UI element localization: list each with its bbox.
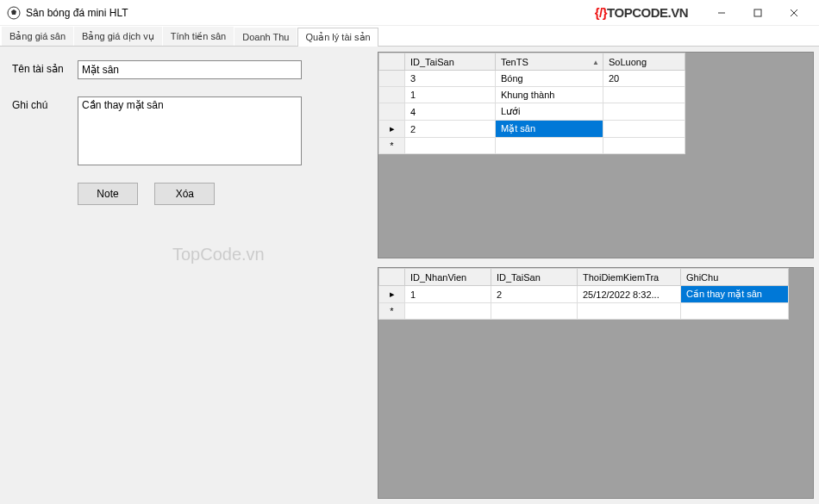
asset-name-input[interactable] bbox=[78, 60, 302, 79]
row-marker bbox=[379, 103, 405, 121]
cell-id_taisan[interactable]: 1 bbox=[405, 87, 496, 103]
asset-name-label: Tên tài sản bbox=[12, 60, 78, 75]
col-ghichu[interactable]: GhiChu bbox=[681, 269, 789, 286]
table-row[interactable]: 3Bóng20 bbox=[379, 71, 685, 87]
minimize-button[interactable] bbox=[703, 1, 740, 25]
cell-id_taisan[interactable]: 2 bbox=[405, 121, 496, 138]
tabs-bar: Bảng giá sân Bảng giá dịch vụ Tính tiền … bbox=[0, 26, 819, 47]
note-textarea[interactable] bbox=[78, 96, 302, 165]
brand-logo: {/}TOPCODE.VN bbox=[595, 5, 688, 20]
row-marker: * bbox=[379, 303, 405, 320]
row-marker bbox=[379, 87, 405, 103]
grids-panel: ID_TaiSan TenTS▲ SoLuong 3Bóng201Khung t… bbox=[378, 52, 814, 499]
cell-soluong[interactable] bbox=[603, 121, 685, 138]
cell-soluong[interactable] bbox=[603, 103, 685, 121]
checks-grid[interactable]: ID_NhanVien ID_TaiSan ThoiDiemKiemTra Gh… bbox=[378, 268, 789, 320]
table-row[interactable]: * bbox=[379, 138, 685, 154]
assets-grid-container: ID_TaiSan TenTS▲ SoLuong 3Bóng201Khung t… bbox=[378, 52, 814, 258]
note-label: Ghi chú bbox=[12, 96, 78, 111]
cell-thoidiemkiemtra[interactable] bbox=[578, 303, 681, 320]
tab-tinh-tien-san[interactable]: Tính tiền sân bbox=[163, 27, 234, 46]
table-row[interactable]: 1Khung thành bbox=[379, 87, 685, 103]
cell-id_taisan[interactable]: 2 bbox=[491, 286, 578, 303]
maximize-button[interactable] bbox=[740, 1, 776, 25]
col-soluong[interactable]: SoLuong bbox=[603, 53, 685, 71]
cell-tents[interactable]: Bóng bbox=[496, 71, 603, 87]
cell-id_taisan[interactable] bbox=[405, 138, 496, 154]
watermark-1: TopCode.vn bbox=[172, 245, 265, 264]
note-button[interactable]: Note bbox=[78, 183, 138, 205]
col-thoidiemkiemtra[interactable]: ThoiDiemKiemTra bbox=[578, 269, 681, 286]
cell-ghichu[interactable] bbox=[681, 303, 789, 320]
delete-button[interactable]: Xóa bbox=[154, 183, 215, 205]
svg-rect-3 bbox=[754, 9, 761, 16]
form-panel: Tên tài sản Ghi chú Note Xóa TopCode.vn bbox=[0, 47, 371, 504]
tab-content: Tên tài sản Ghi chú Note Xóa TopCode.vn … bbox=[0, 47, 819, 504]
table-row[interactable]: 4Lưới bbox=[379, 103, 685, 121]
row-header-corner bbox=[379, 53, 405, 71]
row-marker: ▸ bbox=[379, 286, 405, 303]
cell-id_nhanvien[interactable] bbox=[405, 303, 491, 320]
cell-tents[interactable] bbox=[496, 138, 603, 154]
cell-id_taisan[interactable] bbox=[491, 303, 578, 320]
col-id-taisan[interactable]: ID_TaiSan bbox=[405, 53, 496, 71]
sort-asc-icon: ▲ bbox=[592, 58, 599, 65]
table-row[interactable]: ▸1225/12/2022 8:32...Cần thay mặt sân bbox=[379, 286, 789, 303]
tab-quan-ly-tai-san[interactable]: Quản lý tài sản bbox=[297, 28, 378, 47]
col-id-taisan2[interactable]: ID_TaiSan bbox=[491, 269, 578, 286]
row-marker: ▸ bbox=[379, 121, 405, 138]
table-row[interactable]: ▸2Mặt sân bbox=[379, 121, 685, 138]
cell-thoidiemkiemtra[interactable]: 25/12/2022 8:32... bbox=[578, 286, 681, 303]
cell-id_taisan[interactable]: 3 bbox=[405, 71, 496, 87]
tab-bang-gia-dich-vu[interactable]: Bảng giá dịch vụ bbox=[74, 27, 162, 46]
cell-id_nhanvien[interactable]: 1 bbox=[405, 286, 491, 303]
col-tents[interactable]: TenTS▲ bbox=[496, 53, 603, 71]
cell-tents[interactable]: Lưới bbox=[496, 103, 603, 121]
cell-tents[interactable]: Mặt sân bbox=[496, 121, 603, 138]
close-button[interactable] bbox=[776, 1, 812, 25]
tab-bang-gia-san[interactable]: Bảng giá sân bbox=[2, 27, 73, 46]
checks-grid-container: ID_NhanVien ID_TaiSan ThoiDiemKiemTra Gh… bbox=[378, 267, 814, 499]
app-icon bbox=[7, 6, 21, 20]
titlebar: Sân bóng đá mini HLT {/}TOPCODE.VN bbox=[0, 0, 819, 26]
cell-tents[interactable]: Khung thành bbox=[496, 87, 603, 103]
cell-soluong[interactable] bbox=[603, 138, 685, 154]
window-controls bbox=[703, 1, 812, 25]
cell-ghichu[interactable]: Cần thay mặt sân bbox=[681, 286, 789, 303]
cell-soluong[interactable] bbox=[603, 87, 685, 103]
row-marker: * bbox=[379, 138, 405, 154]
cell-id_taisan[interactable]: 4 bbox=[405, 103, 496, 121]
row-marker bbox=[379, 71, 405, 87]
assets-grid[interactable]: ID_TaiSan TenTS▲ SoLuong 3Bóng201Khung t… bbox=[378, 53, 685, 154]
row-header-corner bbox=[379, 269, 405, 286]
table-row[interactable]: * bbox=[379, 303, 789, 320]
tab-doanh-thu[interactable]: Doanh Thu bbox=[234, 28, 297, 46]
cell-soluong[interactable]: 20 bbox=[603, 71, 685, 87]
col-id-nhanvien[interactable]: ID_NhanVien bbox=[405, 269, 491, 286]
window-title: Sân bóng đá mini HLT bbox=[26, 7, 128, 19]
